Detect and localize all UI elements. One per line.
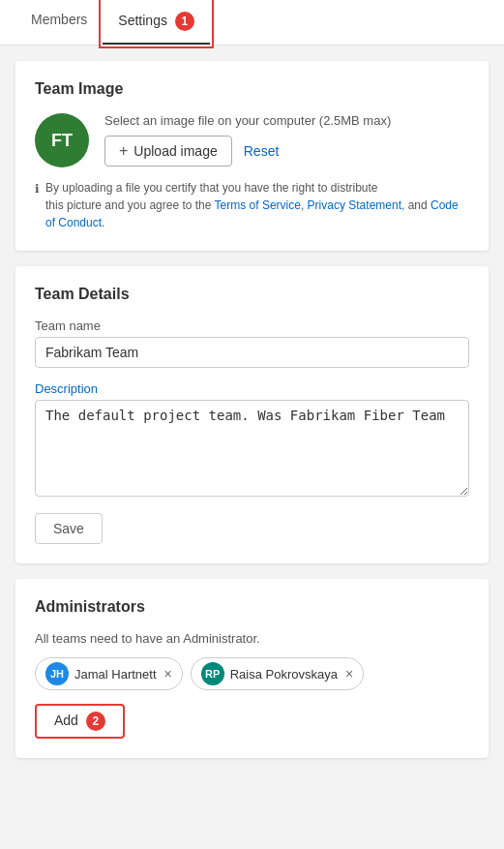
tab-settings-badge: 1 (175, 12, 194, 31)
description-input[interactable] (35, 400, 469, 497)
team-details-title: Team Details (35, 286, 469, 303)
tab-members[interactable]: Members (15, 0, 103, 45)
reset-link[interactable]: Reset (244, 143, 280, 159)
tabs-bar: Members Settings 1 (0, 0, 504, 45)
admin-avatar-jh: JH (45, 662, 69, 685)
main-content: Team Image FT Select an image file on yo… (0, 45, 504, 773)
image-controls: Select an image file on your computer (2… (104, 113, 391, 167)
team-name-input[interactable] (35, 337, 469, 368)
administrators-card: Administrators All teams need to have an… (15, 579, 489, 758)
admin-remove-rp[interactable]: × (345, 667, 353, 681)
team-details-card: Team Details Team name Description Save (15, 266, 489, 563)
description-field-group: Description (35, 381, 469, 500)
upload-image-button[interactable]: + Upload image (104, 136, 232, 167)
team-name-field-group: Team name (35, 318, 469, 368)
team-image-row: FT Select an image file on your computer… (35, 113, 469, 167)
team-image-card: Team Image FT Select an image file on yo… (15, 61, 489, 251)
info-icon: ℹ (35, 180, 40, 197)
save-button[interactable]: Save (35, 513, 103, 544)
terms-of-service-link[interactable]: Terms of Service (215, 198, 301, 212)
admin-subtitle: All teams need to have an Administrator. (35, 631, 469, 646)
add-administrator-button[interactable]: Add 2 (35, 704, 125, 739)
add-button-badge: 2 (86, 712, 105, 731)
image-instructions: Select an image file on your computer (2… (104, 113, 391, 128)
terms-notice: ℹ By uploading a file you certify that y… (35, 179, 469, 231)
admin-tag-rp: RP Raisa Pokrovskaya × (191, 657, 364, 690)
admin-tags: JH Jamal Hartnett × RP Raisa Pokrovskaya… (35, 657, 469, 690)
avatar: FT (35, 113, 89, 167)
plus-icon: + (119, 142, 128, 160)
description-label: Description (35, 381, 469, 396)
privacy-statement-link[interactable]: Privacy Statement (308, 198, 401, 212)
admin-name-rp: Raisa Pokrovskaya (230, 667, 338, 682)
admin-tag-jh: JH Jamal Hartnett × (35, 657, 183, 690)
admin-avatar-rp: RP (201, 662, 224, 685)
tab-settings[interactable]: Settings 1 (103, 0, 209, 45)
administrators-title: Administrators (35, 598, 469, 616)
admin-name-jh: Jamal Hartnett (74, 667, 157, 682)
admin-remove-jh[interactable]: × (164, 667, 172, 681)
image-actions: + Upload image Reset (104, 136, 391, 167)
team-image-title: Team Image (35, 80, 469, 98)
team-name-label: Team name (35, 318, 469, 333)
